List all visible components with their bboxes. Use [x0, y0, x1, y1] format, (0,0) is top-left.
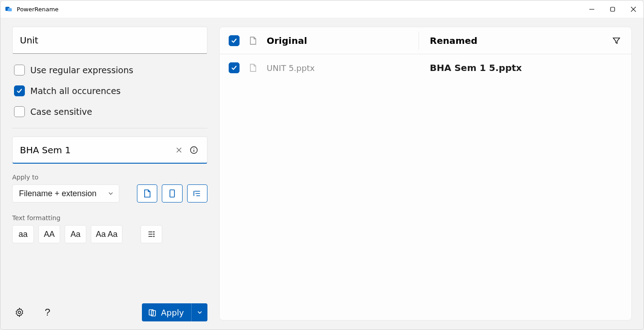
apply-to-selected: Filename + extension: [19, 189, 97, 198]
text-formatting-label: Text formatting: [12, 214, 207, 222]
include-folders-toggle[interactable]: [162, 184, 182, 203]
chevron-down-icon: [197, 310, 202, 315]
titlebar: PowerRename: [0, 0, 644, 18]
include-files-toggle[interactable]: [137, 184, 157, 203]
svg-rect-1: [8, 8, 12, 11]
capitalize-button[interactable]: Aa Aa: [91, 225, 122, 243]
settings-button[interactable]: [12, 305, 27, 320]
search-input-wrapper: [12, 27, 207, 54]
apply-split-button: Apply: [142, 303, 207, 321]
chevron-down-icon: [108, 191, 113, 196]
file-type-header-icon: [248, 37, 259, 45]
controls-panel: Use regular expressions Match all occure…: [0, 18, 219, 330]
checkbox-icon: [14, 106, 25, 117]
option-case-sensitive[interactable]: Case sensitive: [14, 106, 207, 117]
original-name: UNIT 5.pptx: [267, 63, 413, 73]
column-divider: [418, 32, 419, 50]
enumerate-button[interactable]: [141, 225, 162, 243]
option-match-all[interactable]: Match all occurences: [14, 85, 207, 96]
replace-input[interactable]: [20, 145, 173, 156]
include-subfolders-toggle[interactable]: [187, 184, 207, 203]
uppercase-button[interactable]: AA: [38, 225, 60, 243]
filter-icon: [612, 37, 620, 45]
svg-rect-3: [611, 7, 615, 11]
options-group: Use regular expressions Match all occure…: [12, 65, 207, 117]
search-input[interactable]: [20, 35, 200, 46]
info-button[interactable]: [188, 143, 200, 157]
replace-input-wrapper: [12, 137, 207, 164]
checkbox-icon: [14, 65, 25, 75]
svg-rect-11: [170, 190, 174, 197]
bottom-bar: ? Apply: [12, 299, 207, 321]
renamed-name: BHA Sem 1 5.pptx: [430, 62, 602, 73]
list-row[interactable]: UNIT 5.pptx BHA Sem 1 5.pptx: [220, 54, 631, 81]
gear-icon: [14, 307, 24, 317]
lowercase-button[interactable]: aa: [12, 225, 34, 243]
clear-button[interactable]: [173, 143, 185, 157]
svg-point-21: [18, 311, 21, 314]
apply-dropdown-button[interactable]: [191, 303, 207, 321]
option-case-label: Case sensitive: [30, 107, 92, 117]
header-original: Original: [267, 35, 413, 46]
preview-panel: Original Renamed: [219, 27, 632, 321]
preview-panel-wrapper: Original Renamed: [219, 18, 644, 330]
apply-to-row: Filename + extension: [12, 184, 207, 203]
checkbox-checked-icon: [14, 85, 25, 96]
app-icon: [5, 5, 12, 13]
help-icon: ?: [45, 306, 50, 318]
svg-point-19: [154, 234, 154, 234]
select-all-checkbox[interactable]: [229, 35, 240, 46]
app-window: PowerRename Use regular expressions: [0, 0, 644, 330]
apply-button[interactable]: Apply: [142, 303, 191, 321]
body: Use regular expressions Match all occure…: [0, 18, 644, 330]
row-checkbox[interactable]: [229, 62, 240, 73]
svg-point-20: [154, 236, 154, 236]
maximize-button[interactable]: [602, 0, 623, 18]
divider: [12, 128, 207, 128]
svg-point-18: [154, 231, 154, 232]
apply-icon: [148, 308, 156, 316]
header-renamed: Renamed: [430, 35, 602, 46]
filter-button[interactable]: [610, 34, 623, 47]
apply-to-select[interactable]: Filename + extension: [12, 184, 119, 203]
svg-marker-24: [613, 38, 620, 43]
help-button[interactable]: ?: [40, 305, 55, 320]
minimize-button[interactable]: [581, 0, 602, 18]
apply-to-label: Apply to: [12, 174, 207, 181]
option-regex-label: Use regular expressions: [30, 65, 133, 75]
preview-header: Original Renamed: [220, 27, 631, 54]
option-match-all-label: Match all occurences: [30, 86, 121, 96]
svg-point-10: [193, 148, 194, 149]
file-icon: [248, 64, 259, 72]
option-regex[interactable]: Use regular expressions: [14, 65, 207, 75]
titlecase-button[interactable]: Aa: [65, 225, 86, 243]
apply-label: Apply: [161, 308, 184, 317]
window-title: PowerRename: [17, 6, 59, 13]
close-button[interactable]: [623, 0, 644, 18]
text-formatting-row: aa AA Aa Aa Aa: [12, 225, 207, 243]
